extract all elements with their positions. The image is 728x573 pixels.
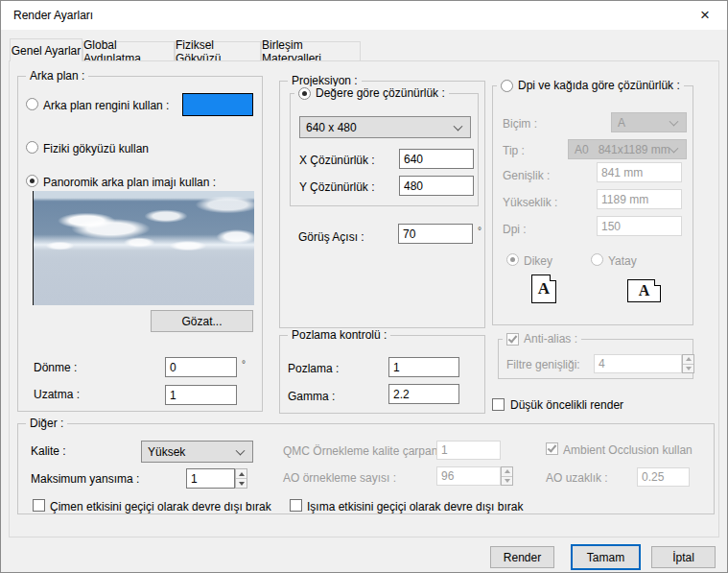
chevron-down-icon	[669, 116, 679, 126]
ao-distance-label: AO uzaklık :	[546, 471, 608, 485]
quality-dropdown[interactable]: Yüksek	[141, 441, 253, 463]
use-background-color-label: Arka plan rengini kullan :	[43, 99, 169, 112]
filter-width-spinner	[682, 354, 694, 373]
dpi-input	[597, 216, 682, 236]
gamma-input[interactable]	[388, 384, 459, 404]
tab-fiziksel-gokyuzu[interactable]: Fiziksel Gökyüzü	[175, 41, 261, 61]
use-physical-sky-radio[interactable]	[26, 141, 38, 154]
render-button[interactable]: Render	[490, 546, 554, 568]
disable-emission-label: Işıma etkisini geçiçi olarak devre dışı …	[307, 500, 523, 513]
page-letter: A	[639, 282, 650, 299]
other-group-legend: Diğer :	[26, 417, 67, 430]
view-angle-degree-unit: °	[478, 226, 481, 236]
close-button[interactable]: ×	[684, 2, 726, 29]
ao-sample-count-spinner	[501, 466, 513, 486]
x-resolution-input[interactable]	[399, 149, 474, 169]
antialias-checkbox	[506, 333, 519, 346]
tab-global-aydinlatma[interactable]: Global Aydınlatma	[82, 41, 175, 61]
disable-grass-checkbox[interactable]	[33, 499, 45, 512]
tab-genel-ayarlar[interactable]: Genel Ayarlar	[10, 38, 82, 61]
resolution-preset-dropdown[interactable]: 640 x 480	[299, 116, 471, 138]
spinner-up-icon	[236, 469, 247, 479]
portrait-label: Dikey	[524, 254, 552, 268]
ok-button[interactable]: Tamam	[571, 544, 641, 570]
quality-label: Kalite :	[31, 444, 66, 458]
exposure-label: Pozlama :	[288, 362, 339, 375]
format-dropdown: A	[611, 112, 687, 132]
paper-type-dropdown: A0 841x1189 mm	[568, 139, 687, 159]
title-bar: Render Ayarları ×	[1, 1, 727, 30]
gamma-label: Gamma :	[288, 390, 335, 403]
resolution-by-value-radio[interactable]	[298, 87, 311, 100]
group-label: Projeksiyon :	[292, 74, 358, 87]
spinner-down-icon	[683, 365, 693, 373]
tab-label: Genel Ayarlar	[12, 44, 82, 58]
landscape-page-icon: A	[627, 279, 661, 302]
page-fold	[550, 275, 556, 281]
ao-distance-input	[637, 467, 690, 487]
quality-value: Yüksek	[148, 445, 185, 459]
render-button-label: Render	[504, 551, 541, 564]
stretch-input[interactable]	[165, 385, 237, 405]
max-reflection-spinner[interactable]	[235, 468, 247, 489]
ambient-occlusion-checkbox	[546, 442, 558, 455]
resolution-preset-value: 640 x 480	[306, 121, 357, 134]
antialias-group: Anti-alias : Filtre genişliği:	[498, 339, 693, 379]
antialias-label: Anti-alias :	[524, 332, 577, 346]
exposure-input[interactable]	[388, 357, 459, 377]
y-resolution-label: Y Çözünürlük :	[299, 180, 375, 194]
filter-width-label: Filtre genişliği:	[506, 358, 580, 371]
close-icon: ×	[700, 6, 710, 25]
type-label: Tip :	[503, 144, 525, 157]
browse-button-label: Gözat...	[181, 315, 222, 328]
use-physical-sky-label: Fiziki gökyüzü kullan	[43, 142, 149, 155]
other-group: Diğer : Kalite : Yüksek Maksimum yansıma…	[17, 423, 715, 514]
spinner-up-icon	[683, 355, 693, 365]
background-color-swatch[interactable]	[182, 93, 253, 116]
resolution-by-dpi-legend: Dpi ve kağıda göre çözünürlük :	[497, 79, 684, 92]
rotation-label: Dönme :	[34, 361, 77, 374]
stretch-label: Uzatma :	[34, 388, 80, 401]
disable-grass-label: Çimen etkisini geçiçi olarak devre dışı …	[50, 500, 271, 513]
ao-sample-count-input	[436, 466, 501, 486]
browse-button[interactable]: Gözat...	[151, 310, 253, 332]
resolution-by-value-group: Değere göre çözünürlük : 640 x 480 X Çöz…	[290, 93, 479, 206]
use-panoramic-image-label: Panoromik arka plan imajı kullan :	[43, 176, 216, 189]
cancel-button[interactable]: İptal	[651, 546, 716, 568]
portrait-radio	[506, 253, 519, 266]
spinner-down-icon	[236, 479, 247, 488]
spinner-up-icon	[502, 467, 512, 477]
dpi-label: Dpi :	[503, 223, 527, 236]
landscape-radio	[591, 253, 603, 266]
tab-birlesim-materyalleri[interactable]: Birleşim Materyalleri	[261, 41, 361, 61]
view-angle-input[interactable]	[398, 224, 473, 244]
background-group: Arka plan : Arka plan rengini kullan : F…	[17, 76, 263, 412]
portrait-page-icon: A	[531, 275, 556, 303]
render-settings-dialog: Render Ayarları × Genel Ayarlar Global A…	[0, 0, 728, 573]
spinner-down-icon	[502, 477, 512, 486]
chevron-down-icon	[669, 143, 679, 153]
ok-button-label: Tamam	[587, 551, 624, 564]
low-priority-render-checkbox[interactable]	[492, 398, 505, 411]
resolution-by-dpi-radio[interactable]	[501, 80, 513, 92]
dialog-title: Render Ayarları	[13, 9, 93, 22]
ao-sample-count-label: AO örnekleme sayısı :	[283, 471, 396, 485]
y-resolution-input[interactable]	[399, 176, 474, 196]
exposure-group: Pozlama kontrolü : Pozlama : Gamma :	[279, 335, 485, 414]
rotation-input[interactable]	[165, 357, 237, 377]
qmc-multiplier-input	[436, 441, 501, 460]
filter-width-input	[594, 354, 682, 373]
use-panoramic-image-radio[interactable]	[26, 175, 38, 187]
chevron-down-icon	[236, 445, 246, 455]
max-reflection-label: Maksimum yansıma :	[31, 472, 139, 486]
resolution-by-dpi-group: Dpi ve kağıda göre çözünürlük : Biçim : …	[492, 85, 693, 325]
max-reflection-input[interactable]	[186, 468, 235, 489]
disable-emission-checkbox[interactable]	[290, 499, 302, 512]
group-label: Diğer :	[30, 417, 63, 430]
projection-group: Projeksiyon : Değere göre çözünürlük : 6…	[279, 81, 485, 328]
use-background-color-radio[interactable]	[26, 98, 38, 110]
resolution-by-value-legend: Değere göre çözünürlük :	[294, 86, 449, 100]
page-letter: A	[538, 279, 550, 298]
chevron-down-icon	[454, 121, 463, 131]
paper-type-value: A0 841x1189 mm	[575, 143, 670, 156]
